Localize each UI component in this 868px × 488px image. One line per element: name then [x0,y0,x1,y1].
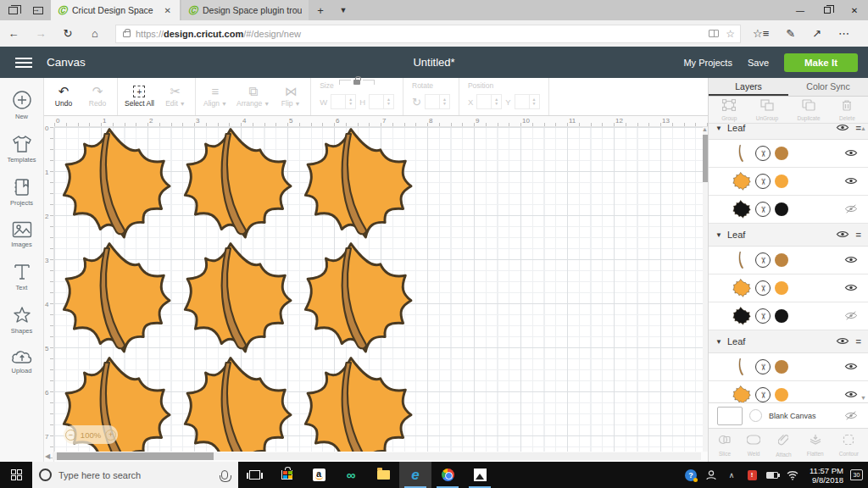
maple-leaf-shape[interactable] [181,127,294,242]
bottom-action-flatten[interactable]: Flatten [807,434,824,457]
layer-color-swatch[interactable] [775,175,788,188]
layer-row[interactable]: ✂ [709,381,868,402]
back-icon[interactable]: ← [0,27,27,40]
share-icon[interactable]: ↗ [812,27,821,40]
tab-color-sync[interactable]: Color Sync [788,78,868,96]
file-explorer-button[interactable] [367,462,399,488]
canvas-color-swatch[interactable] [717,407,743,425]
maple-leaf-shape[interactable] [59,240,173,357]
eye-icon[interactable] [844,176,858,186]
bottom-action-attach[interactable]: Attach [776,434,791,458]
redo-button[interactable]: ↷Redo [85,86,110,108]
edit-dropdown[interactable]: ✂Edit▼ [163,86,188,108]
layer-row[interactable]: ✂ [709,168,868,196]
alert-tray-button[interactable]: ! [742,470,762,480]
bottom-action-slice[interactable]: Slice [718,434,732,457]
microphone-icon[interactable] [221,470,228,480]
browser-tab-active[interactable]: Ⓒ Cricut Design Space ✕ [51,0,180,20]
canvas-grid[interactable]: − 100% + [54,127,703,452]
action-center-button[interactable]: 30 [850,469,863,480]
hscroll-thumb[interactable] [57,452,214,460]
chevron-down-icon[interactable]: ▼ [715,125,722,132]
blank-canvas-visibility[interactable] [843,408,860,424]
eye-icon[interactable] [844,148,858,158]
maple-leaf-shape[interactable] [59,127,173,242]
close-button[interactable]: ✕ [841,0,868,20]
eye-icon[interactable] [836,336,849,346]
taskbar-search[interactable]: Type here to search [32,462,238,488]
menu-icon[interactable] [15,58,32,68]
layer-group-header[interactable]: ▼Leaf= [709,224,868,247]
chrome-button[interactable] [431,462,464,488]
drag-handle-icon[interactable]: = [856,336,861,347]
layer-row[interactable]: ✂ [709,302,868,330]
layer-color-swatch[interactable] [775,253,788,267]
sidebar-item-new[interactable]: New [0,90,43,120]
layer-visibility-toggle[interactable] [843,308,860,324]
maple-leaf-shape[interactable] [181,240,294,357]
layer-action-ungroup[interactable]: UnGroup [756,99,778,121]
set-tabs-aside-icon[interactable] [0,0,25,20]
layer-row[interactable]: ✂ [709,247,868,274]
home-icon[interactable]: ⌂ [81,27,108,40]
battery-tray-button[interactable] [762,472,782,479]
layers-scroll-down-icon[interactable]: ▼ [860,395,866,401]
layer-visibility-toggle[interactable] [843,146,860,161]
maple-leaf-shape[interactable] [301,354,415,452]
layer-action-duplicate[interactable]: Duplicate [797,99,820,121]
bottom-action-weld[interactable]: Weld [747,434,760,457]
layer-visibility-toggle[interactable] [843,359,860,374]
eye-icon[interactable] [836,230,849,239]
layer-action-group[interactable]: Group [721,99,737,121]
wifi-tray-button[interactable] [782,470,803,480]
layer-row[interactable]: ✂ [709,274,868,302]
align-dropdown[interactable]: ≡Align▼ [203,86,228,108]
y-stepper[interactable]: ▲▼ [515,94,540,109]
tray-expand-button[interactable]: ∧ [721,471,742,480]
eye-icon[interactable] [836,124,849,132]
minimize-button[interactable]: — [787,0,814,20]
canvas-hscrollbar[interactable]: ◀ [53,452,701,460]
undo-button[interactable]: ↶Undo [51,86,76,108]
layer-color-swatch[interactable] [775,360,788,374]
layer-color-swatch[interactable] [775,147,788,160]
x-stepper[interactable]: ▲▼ [476,94,502,109]
arrange-dropdown[interactable]: ⧉Arrange▼ [236,86,270,108]
photos-button[interactable] [464,462,496,488]
layer-color-swatch[interactable] [775,309,788,323]
chevron-down-icon[interactable]: ▼ [715,231,722,239]
layer-visibility-toggle[interactable] [843,280,860,296]
edge-button[interactable]: e [399,462,431,488]
task-view-button[interactable] [238,462,270,488]
tab-close-icon[interactable]: ✕ [163,6,173,15]
layer-row[interactable]: ✂ [709,353,868,381]
tab-layers[interactable]: Layers [709,78,788,96]
sidebar-item-images[interactable]: Images [0,221,43,248]
layer-color-swatch[interactable] [775,202,788,216]
start-button[interactable] [0,462,32,488]
infinity-app-button[interactable]: ∞ [335,462,367,488]
width-stepper[interactable]: ▲▼ [331,94,356,109]
tab-list-chevron-icon[interactable]: ▼ [332,0,354,20]
zoom-out-button[interactable]: − [65,430,76,441]
browser-tab-inactive[interactable]: Ⓒ Design Space plugin troubl [181,0,309,20]
more-options-icon[interactable]: ⋯ [838,27,849,40]
forward-icon[interactable]: → [27,27,54,40]
blank-canvas-row[interactable]: Blank Canvas [709,402,868,428]
layer-visibility-toggle[interactable] [843,202,860,217]
layer-color-swatch[interactable] [775,388,788,402]
layers-scroll-up-icon[interactable]: ▲ [860,125,866,131]
sidebar-item-projects[interactable]: Projects [0,178,43,207]
layer-group-header[interactable]: ▼Leaf= [709,124,868,140]
eye-icon[interactable] [844,362,858,371]
reading-view-icon[interactable] [709,30,719,37]
zoom-in-button[interactable]: + [105,430,116,441]
chevron-down-icon[interactable]: ▼ [715,338,722,346]
people-tray-button[interactable] [701,469,721,481]
tabs-preview-icon[interactable] [25,0,51,20]
eye-off-icon[interactable] [844,411,858,420]
rotate-stepper[interactable]: ▲▼ [425,94,450,109]
maple-leaf-shape[interactable] [181,354,294,452]
maple-leaf-shape[interactable] [301,127,415,242]
eye-icon[interactable] [844,390,858,399]
